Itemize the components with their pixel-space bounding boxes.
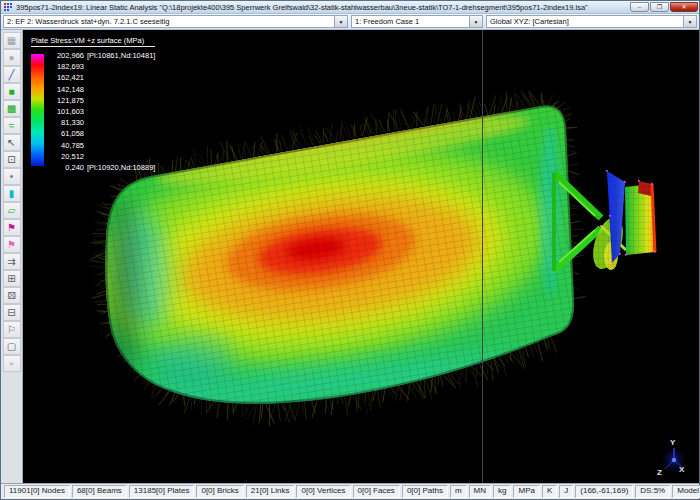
cube-outline-icon[interactable]: ▫	[3, 355, 21, 372]
icon-glyph: ⚄	[7, 291, 16, 301]
coordinate-system-value: Global XYZ: [Cartesian]	[487, 16, 683, 27]
main-area: ▦●╱■▩≈↖⊡•▮▱⚑⚑⇉⊞⚄⊟⚐▢▫	[1, 30, 699, 483]
legend-value: 40,785	[49, 140, 84, 151]
model-viewport[interactable]: Y X Z Plate Stress:VM +z surface (MPa) 2…	[23, 30, 699, 483]
legend-labels: 202,966 [Pl:10861,Nd:10481] 182,693 162,…	[49, 50, 155, 173]
status-item: m	[450, 485, 467, 498]
app-window: 395pos71-2index19: Linear Static Analysi…	[0, 0, 700, 500]
load-case-combobox[interactable]: 2: EF 2: Wasserdruck stat+dyn. 7.2.1.C s…	[3, 15, 348, 28]
status-item: 0[0] Vertices	[296, 485, 350, 498]
legend-row: 182,693	[49, 61, 155, 72]
shell-body-contours	[79, 90, 603, 420]
load-flag-icon[interactable]: ⚑	[3, 219, 21, 236]
axis-triad: Y X Z	[657, 438, 685, 477]
icon-glyph: ▫	[10, 359, 14, 369]
status-item: 13185[0] Plates	[129, 485, 195, 498]
snap-grid-icon[interactable]: ▦	[3, 32, 21, 49]
icon-glyph: •	[10, 172, 14, 182]
status-item: 21[0] Links	[246, 485, 295, 498]
legend-row: 0,240 [Pl:10920,Nd:10889]	[49, 162, 155, 173]
grid-minus-icon[interactable]: ⊟	[3, 304, 21, 321]
contour-legend: Plate Stress:VM +z surface (MPa) 202,966…	[31, 36, 155, 173]
icon-glyph: ≈	[9, 121, 15, 131]
legend-row: 142,148	[49, 84, 155, 95]
beam-icon[interactable]: ╱	[3, 66, 21, 83]
status-item: 11901[0] Nodes	[4, 485, 70, 498]
legend-row: 40,785	[49, 140, 155, 151]
grid-plus-icon[interactable]: ⊞	[3, 270, 21, 287]
entity-toolbar: ▦●╱■▩≈↖⊡•▮▱⚑⚑⇉⊞⚄⊟⚐▢▫	[1, 30, 23, 483]
flag-outline-icon[interactable]: ⚐	[3, 321, 21, 338]
node-icon[interactable]: ●	[3, 49, 21, 66]
legend-annotation: [Pl:10920,Nd:10889]	[87, 162, 155, 173]
pane-divider[interactable]	[482, 30, 483, 483]
status-item: J	[559, 485, 573, 498]
status-item: 68[0] Beams	[72, 485, 127, 498]
link-icon[interactable]: ≈	[3, 117, 21, 134]
axis-z-label: Z	[657, 468, 662, 477]
icon-glyph: ⚑	[7, 240, 16, 250]
legend-row: 20,512	[49, 151, 155, 162]
chevron-down-icon[interactable]: ▼	[469, 16, 482, 27]
icon-glyph: ●	[8, 53, 14, 63]
minimize-button[interactable]: –	[630, 2, 649, 12]
status-bar: 11901[0] Nodes68[0] Beams13185[0] Plates…	[1, 483, 699, 499]
app-icon	[4, 3, 13, 12]
maximize-button[interactable]: ❐	[650, 2, 669, 12]
icon-glyph: ⊡	[7, 155, 15, 165]
chevron-down-icon[interactable]: ▼	[683, 16, 696, 27]
freedom-case-value: 1: Freedom Case 1	[352, 16, 469, 27]
legend-colorbar	[31, 54, 44, 166]
freedom-case-combobox[interactable]: 1: Freedom Case 1 ▼	[351, 15, 483, 28]
plate-icon[interactable]: ■	[3, 83, 21, 100]
icon-glyph: ⊞	[7, 274, 15, 284]
box-outline-icon[interactable]: ▢	[3, 338, 21, 355]
icon-glyph: ⚐	[7, 325, 16, 335]
status-item: 0[0] Bricks	[196, 485, 243, 498]
legend-value: 182,693	[49, 61, 84, 72]
legend-value: 202,966	[49, 50, 84, 61]
icon-glyph: ⚑	[7, 223, 16, 233]
icon-glyph: ▢	[7, 342, 16, 352]
restraint-flag-icon[interactable]: ⚑	[3, 236, 21, 253]
title-bar[interactable]: 395pos71-2index19: Linear Static Analysi…	[1, 1, 699, 14]
legend-value: 162,421	[49, 72, 84, 83]
legend-row: 81,330	[49, 117, 155, 128]
icon-glyph: ╱	[8, 70, 14, 80]
skew-plate-icon[interactable]: ▱	[3, 202, 21, 219]
icon-glyph: ■	[8, 87, 14, 97]
cylinder-icon[interactable]: ▮	[3, 185, 21, 202]
renumber-icon[interactable]: ⇉	[3, 253, 21, 270]
random-icon[interactable]: ⚄	[3, 287, 21, 304]
chevron-down-icon[interactable]: ▼	[334, 16, 347, 27]
status-item: kg	[493, 485, 511, 498]
status-item: (166,-61,169)	[575, 485, 633, 498]
icon-glyph: ⇉	[7, 257, 15, 267]
status-item: 0[0] Paths	[402, 485, 448, 498]
window-controls: – ❐ ✕	[630, 2, 698, 12]
legend-value: 121,875	[49, 95, 84, 106]
icon-glyph: ⊟	[7, 308, 15, 318]
status-items: 11901[0] Nodes68[0] Beams13185[0] Plates…	[4, 485, 700, 498]
legend-row: 202,966 [Pl:10861,Nd:10481]	[49, 50, 155, 61]
legend-value: 81,330	[49, 117, 84, 128]
legend-title: Plate Stress:VM +z surface (MPa)	[31, 36, 155, 47]
icon-glyph: ↖	[7, 138, 15, 148]
close-button[interactable]: ✕	[670, 2, 698, 12]
legend-value: 142,148	[49, 84, 84, 95]
icon-glyph: ▩	[7, 104, 16, 114]
brick-icon[interactable]: ▩	[3, 100, 21, 117]
icon-glyph: ▦	[7, 36, 16, 46]
legend-value: 0,240	[49, 162, 84, 173]
select-box-icon[interactable]: ⊡	[3, 151, 21, 168]
case-selector-bar: 2: EF 2: Wasserdruck stat+dyn. 7.2.1.C s…	[1, 14, 699, 30]
legend-row: 162,421	[49, 72, 155, 83]
axis-x-label: X	[679, 465, 685, 474]
select-arrow-icon[interactable]: ↖	[3, 134, 21, 151]
status-item: 0[0] Faces	[353, 485, 400, 498]
status-item: K	[542, 485, 557, 498]
point-select-icon[interactable]: •	[3, 168, 21, 185]
coordinate-system-combobox[interactable]: Global XYZ: [Cartesian] ▼	[486, 15, 697, 28]
window-title: 395pos71-2index19: Linear Static Analysi…	[16, 3, 626, 12]
status-item: MPa	[513, 485, 539, 498]
